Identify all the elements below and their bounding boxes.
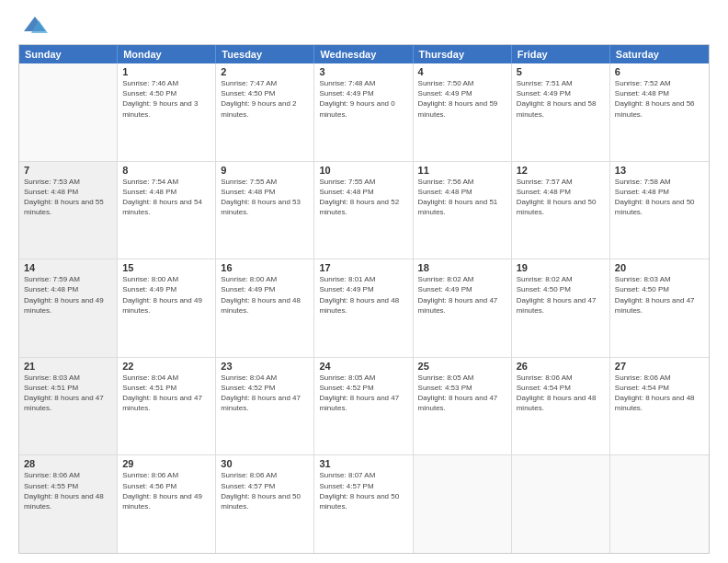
calendar-cell: 27Sunrise: 8:06 AMSunset: 4:54 PMDayligh… xyxy=(610,358,709,455)
cell-info: Sunrise: 7:55 AMSunset: 4:48 PMDaylight:… xyxy=(319,177,407,218)
day-number: 30 xyxy=(221,458,309,469)
calendar-cell: 17Sunrise: 8:01 AMSunset: 4:49 PMDayligh… xyxy=(314,259,413,357)
calendar-cell: 13Sunrise: 7:58 AMSunset: 4:48 PMDayligh… xyxy=(610,162,709,259)
calendar-cell: 1Sunrise: 7:46 AMSunset: 4:50 PMDaylight… xyxy=(118,63,216,161)
calendar-week: 1Sunrise: 7:46 AMSunset: 4:50 PMDaylight… xyxy=(19,63,709,162)
day-number: 19 xyxy=(517,262,605,273)
day-number: 1 xyxy=(122,66,210,77)
day-number: 11 xyxy=(418,165,506,176)
calendar-cell: 26Sunrise: 8:06 AMSunset: 4:54 PMDayligh… xyxy=(512,358,610,455)
cell-info: Sunrise: 7:53 AMSunset: 4:48 PMDaylight:… xyxy=(24,177,112,218)
calendar-cell: 4Sunrise: 7:50 AMSunset: 4:49 PMDaylight… xyxy=(414,63,512,161)
calendar-cell: 6Sunrise: 7:52 AMSunset: 4:48 PMDaylight… xyxy=(610,63,709,161)
calendar-cell: 19Sunrise: 8:02 AMSunset: 4:50 PMDayligh… xyxy=(512,259,610,357)
cell-info: Sunrise: 8:03 AMSunset: 4:50 PMDaylight:… xyxy=(615,274,704,316)
cell-info: Sunrise: 7:57 AMSunset: 4:48 PMDaylight:… xyxy=(517,177,605,218)
cell-info: Sunrise: 7:50 AMSunset: 4:49 PMDaylight:… xyxy=(418,78,506,120)
cell-info: Sunrise: 7:51 AMSunset: 4:49 PMDaylight:… xyxy=(517,78,605,120)
cell-info: Sunrise: 8:06 AMSunset: 4:57 PMDaylight:… xyxy=(221,470,309,511)
calendar-header-day: Thursday xyxy=(414,45,512,63)
day-number: 24 xyxy=(319,361,407,372)
calendar-cell: 23Sunrise: 8:04 AMSunset: 4:52 PMDayligh… xyxy=(216,358,314,455)
logo xyxy=(18,15,48,35)
day-number: 26 xyxy=(517,361,605,372)
calendar-cell: 15Sunrise: 8:00 AMSunset: 4:49 PMDayligh… xyxy=(118,259,216,357)
calendar-cell: 12Sunrise: 7:57 AMSunset: 4:48 PMDayligh… xyxy=(512,162,610,259)
calendar-cell: 25Sunrise: 8:05 AMSunset: 4:53 PMDayligh… xyxy=(414,358,512,455)
day-number: 21 xyxy=(24,361,112,372)
cell-info: Sunrise: 8:06 AMSunset: 4:54 PMDaylight:… xyxy=(615,373,704,414)
cell-info: Sunrise: 8:04 AMSunset: 4:51 PMDaylight:… xyxy=(122,373,210,414)
day-number: 13 xyxy=(615,165,704,176)
calendar-week: 7Sunrise: 7:53 AMSunset: 4:48 PMDaylight… xyxy=(19,162,709,260)
cell-info: Sunrise: 8:02 AMSunset: 4:49 PMDaylight:… xyxy=(418,274,506,316)
calendar-cell: 14Sunrise: 7:59 AMSunset: 4:48 PMDayligh… xyxy=(19,259,118,357)
calendar-cell xyxy=(19,63,118,161)
cell-info: Sunrise: 8:03 AMSunset: 4:51 PMDaylight:… xyxy=(24,373,112,414)
day-number: 27 xyxy=(615,361,704,372)
logo-icon xyxy=(22,15,48,35)
calendar-cell: 8Sunrise: 7:54 AMSunset: 4:48 PMDaylight… xyxy=(118,162,216,259)
calendar-header-day: Sunday xyxy=(19,45,118,63)
day-number: 4 xyxy=(418,66,506,77)
calendar-header-day: Wednesday xyxy=(314,45,413,63)
calendar-week: 28Sunrise: 8:06 AMSunset: 4:55 PMDayligh… xyxy=(19,455,709,553)
calendar-body: 1Sunrise: 7:46 AMSunset: 4:50 PMDaylight… xyxy=(19,63,709,553)
calendar-cell: 10Sunrise: 7:55 AMSunset: 4:48 PMDayligh… xyxy=(314,162,413,259)
calendar-header-day: Monday xyxy=(118,45,216,63)
day-number: 16 xyxy=(221,262,309,273)
calendar-cell: 28Sunrise: 8:06 AMSunset: 4:55 PMDayligh… xyxy=(19,455,118,553)
day-number: 17 xyxy=(319,262,407,273)
calendar-cell: 29Sunrise: 8:06 AMSunset: 4:56 PMDayligh… xyxy=(118,455,216,553)
cell-info: Sunrise: 7:48 AMSunset: 4:49 PMDaylight:… xyxy=(319,78,407,120)
calendar-cell: 18Sunrise: 8:02 AMSunset: 4:49 PMDayligh… xyxy=(414,259,512,357)
day-number: 22 xyxy=(122,361,210,372)
day-number: 14 xyxy=(24,262,112,273)
day-number: 15 xyxy=(122,262,210,273)
day-number: 3 xyxy=(319,66,407,77)
cell-info: Sunrise: 8:00 AMSunset: 4:49 PMDaylight:… xyxy=(221,274,309,316)
day-number: 10 xyxy=(319,165,407,176)
calendar-cell: 22Sunrise: 8:04 AMSunset: 4:51 PMDayligh… xyxy=(118,358,216,455)
day-number: 31 xyxy=(319,458,407,469)
day-number: 12 xyxy=(517,165,605,176)
day-number: 20 xyxy=(615,262,704,273)
calendar-cell: 7Sunrise: 7:53 AMSunset: 4:48 PMDaylight… xyxy=(19,162,118,259)
day-number: 23 xyxy=(221,361,309,372)
cell-info: Sunrise: 8:07 AMSunset: 4:57 PMDaylight:… xyxy=(319,470,407,511)
header xyxy=(18,15,710,35)
calendar-cell: 30Sunrise: 8:06 AMSunset: 4:57 PMDayligh… xyxy=(216,455,314,553)
calendar-cell: 20Sunrise: 8:03 AMSunset: 4:50 PMDayligh… xyxy=(610,259,709,357)
calendar-cell: 21Sunrise: 8:03 AMSunset: 4:51 PMDayligh… xyxy=(19,358,118,455)
calendar-cell: 24Sunrise: 8:05 AMSunset: 4:52 PMDayligh… xyxy=(314,358,413,455)
calendar-cell xyxy=(512,455,610,553)
calendar-week: 21Sunrise: 8:03 AMSunset: 4:51 PMDayligh… xyxy=(19,358,709,456)
day-number: 28 xyxy=(24,458,112,469)
cell-info: Sunrise: 8:06 AMSunset: 4:56 PMDaylight:… xyxy=(122,470,210,511)
cell-info: Sunrise: 7:46 AMSunset: 4:50 PMDaylight:… xyxy=(122,78,210,120)
calendar-header-day: Tuesday xyxy=(216,45,314,63)
day-number: 2 xyxy=(221,66,309,77)
calendar-cell: 11Sunrise: 7:56 AMSunset: 4:48 PMDayligh… xyxy=(414,162,512,259)
calendar-header: SundayMondayTuesdayWednesdayThursdayFrid… xyxy=(19,45,709,63)
cell-info: Sunrise: 8:06 AMSunset: 4:55 PMDaylight:… xyxy=(24,470,112,511)
calendar-cell: 16Sunrise: 8:00 AMSunset: 4:49 PMDayligh… xyxy=(216,259,314,357)
calendar-cell: 5Sunrise: 7:51 AMSunset: 4:49 PMDaylight… xyxy=(512,63,610,161)
day-number: 7 xyxy=(24,165,112,176)
cell-info: Sunrise: 7:47 AMSunset: 4:50 PMDaylight:… xyxy=(221,78,309,120)
cell-info: Sunrise: 7:58 AMSunset: 4:48 PMDaylight:… xyxy=(615,177,704,218)
calendar-cell: 2Sunrise: 7:47 AMSunset: 4:50 PMDaylight… xyxy=(216,63,314,161)
cell-info: Sunrise: 7:55 AMSunset: 4:48 PMDaylight:… xyxy=(221,177,309,218)
day-number: 18 xyxy=(418,262,506,273)
cell-info: Sunrise: 8:05 AMSunset: 4:52 PMDaylight:… xyxy=(319,373,407,414)
calendar-header-day: Friday xyxy=(512,45,610,63)
calendar-cell: 3Sunrise: 7:48 AMSunset: 4:49 PMDaylight… xyxy=(314,63,413,161)
calendar-cell: 9Sunrise: 7:55 AMSunset: 4:48 PMDaylight… xyxy=(216,162,314,259)
cell-info: Sunrise: 8:06 AMSunset: 4:54 PMDaylight:… xyxy=(517,373,605,414)
calendar-cell xyxy=(610,455,709,553)
calendar-week: 14Sunrise: 7:59 AMSunset: 4:48 PMDayligh… xyxy=(19,259,709,358)
calendar-cell: 31Sunrise: 8:07 AMSunset: 4:57 PMDayligh… xyxy=(314,455,413,553)
page: SundayMondayTuesdayWednesdayThursdayFrid… xyxy=(0,0,728,563)
day-number: 8 xyxy=(122,165,210,176)
calendar-cell xyxy=(414,455,512,553)
